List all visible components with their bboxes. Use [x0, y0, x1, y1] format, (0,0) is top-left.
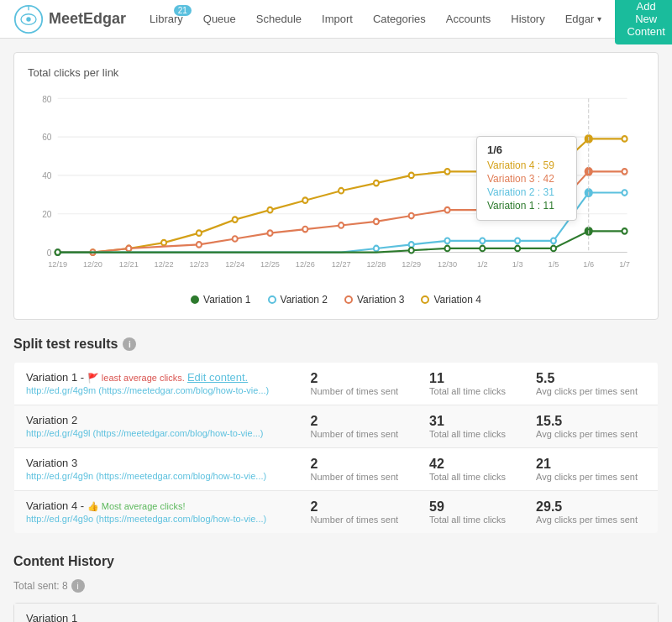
- legend-dot-var2: [268, 295, 276, 304]
- total-sent-info-icon[interactable]: i: [71, 579, 85, 593]
- legend-dot-var4: [421, 295, 429, 304]
- svg-point-42: [409, 173, 414, 179]
- svg-text:40: 40: [42, 170, 51, 180]
- split-cell-clicks-var2: 31 Total all time clicks: [417, 405, 524, 448]
- svg-point-68: [444, 238, 449, 244]
- nav-accounts[interactable]: Accounts: [436, 0, 501, 39]
- svg-text:12/20: 12/20: [83, 259, 102, 269]
- svg-point-69: [480, 238, 485, 244]
- chevron-down-icon: ▾: [597, 14, 601, 24]
- svg-point-52: [197, 242, 202, 248]
- split-cell-sent-var3: 2 Number of times sent: [299, 448, 417, 491]
- svg-point-66: [374, 246, 379, 252]
- svg-text:1/7: 1/7: [619, 259, 630, 269]
- edit-content-link-var1[interactable]: Edit content.: [187, 371, 248, 384]
- split-cell-avg-var2: 15.5 Avg clicks per times sent: [524, 405, 658, 448]
- svg-text:1/3: 1/3: [512, 259, 523, 269]
- content-history-title: Content History: [13, 554, 659, 569]
- svg-text:12/26: 12/26: [296, 259, 315, 269]
- tooltip-var3: Variation 3 : 42: [487, 173, 566, 185]
- split-row-var3: Variation 3 http://ed.gr/4g9n (https://m…: [14, 448, 659, 491]
- svg-point-36: [197, 230, 202, 236]
- nav-categories[interactable]: Categories: [363, 0, 436, 39]
- svg-text:12/23: 12/23: [189, 259, 208, 269]
- svg-point-59: [444, 207, 449, 213]
- logo-text: MeetEdgar: [49, 10, 126, 28]
- svg-text:0: 0: [47, 248, 52, 258]
- svg-text:20: 20: [42, 209, 51, 219]
- add-new-content-button[interactable]: Add New Content: [615, 0, 672, 44]
- svg-point-53: [233, 236, 238, 242]
- svg-point-55: [302, 227, 307, 233]
- legend-var3: Variation 3: [344, 294, 404, 306]
- legend-var1: Variation 1: [191, 294, 250, 306]
- svg-point-57: [374, 219, 379, 225]
- split-cell-avg-var3: 21 Avg clicks per times sent: [524, 448, 658, 491]
- svg-point-75: [409, 248, 414, 254]
- svg-point-39: [302, 197, 307, 203]
- nav-queue[interactable]: Queue: [193, 0, 246, 39]
- svg-text:12/29: 12/29: [402, 259, 421, 269]
- svg-text:80: 80: [42, 93, 51, 103]
- main-content: Total clicks per link 80 60 40 20 0 12: [0, 39, 672, 622]
- svg-point-70: [515, 238, 520, 244]
- logo-icon: [13, 4, 44, 34]
- svg-text:12/27: 12/27: [332, 259, 351, 269]
- nav-schedule[interactable]: Schedule: [246, 0, 312, 39]
- svg-point-74: [55, 249, 60, 255]
- svg-point-41: [374, 180, 379, 186]
- svg-text:12/19: 12/19: [48, 259, 67, 269]
- legend-dot-var1: [191, 295, 199, 304]
- variation-1-section: Variation 1 Sent at Account: [13, 603, 659, 622]
- svg-point-2: [26, 17, 30, 21]
- legend-dot-var3: [344, 295, 353, 304]
- nav-edgar[interactable]: Edgar ▾: [555, 0, 612, 39]
- chart-container: 80 60 40 20 0 12/19 12/20 12/21 12/22: [28, 86, 644, 287]
- svg-text:1/2: 1/2: [477, 259, 488, 269]
- nav-history[interactable]: History: [501, 0, 554, 39]
- svg-point-37: [233, 217, 238, 222]
- split-cell-sent-var1: 2 Number of times sent: [299, 363, 417, 405]
- split-row-var2: Variation 2 http://ed.gr/4g9l (https://m…: [14, 405, 659, 448]
- logo: MeetEdgar: [13, 4, 126, 34]
- svg-text:12/21: 12/21: [119, 259, 139, 269]
- split-cell-name-var2: Variation 2 http://ed.gr/4g9l (https://m…: [14, 405, 299, 448]
- svg-point-78: [515, 246, 520, 252]
- nav-library[interactable]: Library 21: [139, 0, 193, 39]
- svg-point-73: [622, 190, 627, 196]
- svg-point-38: [267, 207, 272, 213]
- svg-point-51: [126, 246, 131, 252]
- svg-text:1/5: 1/5: [549, 259, 559, 269]
- svg-text:60: 60: [42, 132, 51, 142]
- svg-point-40: [339, 188, 344, 194]
- split-cell-clicks-var3: 42 Total all time clicks: [417, 448, 524, 491]
- nav-import[interactable]: Import: [312, 0, 363, 39]
- svg-point-56: [339, 222, 344, 228]
- svg-point-79: [551, 246, 556, 252]
- navbar: MeetEdgar Library 21 Queue Schedule Impo…: [0, 0, 672, 39]
- svg-point-67: [409, 242, 414, 248]
- svg-text:12/25: 12/25: [260, 259, 280, 269]
- split-cell-name-var1: Variation 1 - 🚩 least average clicks. Ed…: [14, 363, 299, 405]
- chart-card: Total clicks per link 80 60 40 20 0 12: [13, 52, 659, 320]
- split-cell-sent-var2: 2 Number of times sent: [299, 405, 417, 448]
- svg-point-76: [444, 246, 449, 252]
- split-cell-avg-var4: 29.5 Avg clicks per times sent: [524, 491, 658, 534]
- total-sent: Total sent: 8 i: [13, 579, 659, 593]
- split-test-table: Variation 1 - 🚩 least average clicks. Ed…: [13, 362, 659, 534]
- svg-point-77: [480, 246, 485, 252]
- svg-point-58: [409, 213, 414, 219]
- info-icon[interactable]: i: [123, 337, 136, 351]
- split-cell-avg-var1: 5.5 Avg clicks per times sent: [524, 363, 658, 405]
- split-test-section: Split test results i Variation 1 - 🚩 lea…: [13, 337, 659, 534]
- svg-text:1/6: 1/6: [583, 259, 594, 269]
- split-row-var4: Variation 4 - 👍 Most average clicks! htt…: [14, 491, 659, 534]
- svg-point-71: [551, 238, 556, 244]
- nav-links: Library 21 Queue Schedule Import Categor…: [139, 0, 612, 39]
- split-cell-clicks-var4: 59 Total all time clicks: [417, 491, 524, 534]
- legend-var2: Variation 2: [268, 294, 328, 306]
- variation-1-header: Variation 1: [14, 604, 658, 622]
- tooltip-var1: Variation 1 : 11: [487, 200, 566, 212]
- split-row-var1: Variation 1 - 🚩 least average clicks. Ed…: [14, 363, 659, 405]
- svg-point-54: [267, 230, 272, 236]
